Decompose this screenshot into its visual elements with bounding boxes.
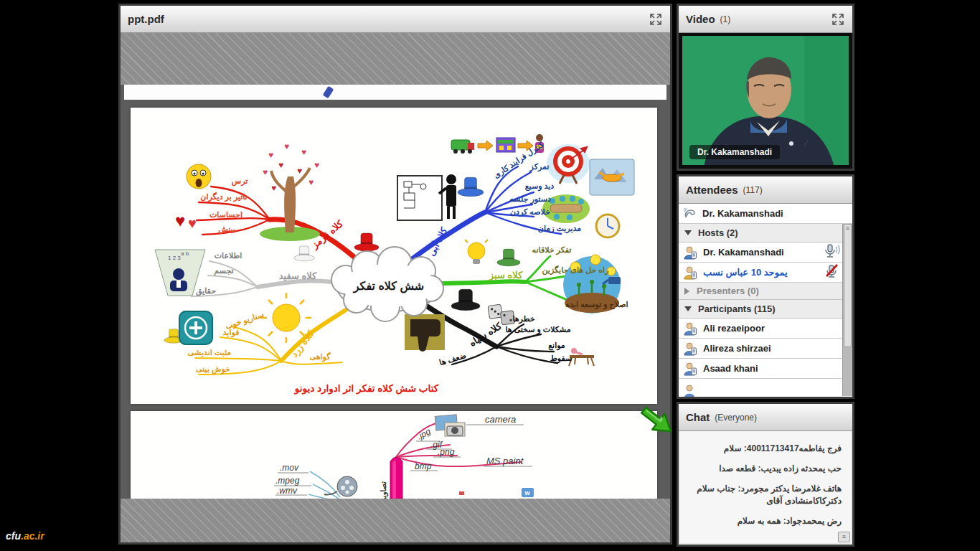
chat-scrollbar-thumb[interactable]: ≡ xyxy=(838,532,850,542)
attendees-scrollbar-thumb[interactable]: ≡ xyxy=(844,224,852,347)
share-pod-title: ppt.pdf xyxy=(128,13,164,25)
mindmap-leaf: گواهی xyxy=(310,352,331,362)
map-plane-icon xyxy=(590,159,634,195)
pdf-background-top xyxy=(121,33,670,85)
host-avatar-icon xyxy=(683,265,697,280)
blue-hat-icon xyxy=(458,177,484,197)
collapse-triangle-icon xyxy=(684,306,692,311)
attendees-scrollbar[interactable]: ≡ xyxy=(842,224,852,396)
presenters-header-label: Presenters (0) xyxy=(697,286,759,296)
mindmap-leaf: اطلاعات xyxy=(215,251,242,260)
share-fullscreen-button[interactable] xyxy=(649,12,663,27)
mindmap-leaf: مشکلات و سختی ها xyxy=(505,325,570,335)
mindmap-leaf: تجسم xyxy=(214,266,233,276)
participant-avatar-icon xyxy=(683,342,697,356)
white-hat-icon xyxy=(294,246,315,261)
active-speaker-name: Dr. Kakamanshadi xyxy=(702,208,783,219)
green-branch xyxy=(432,281,525,283)
hosts-section-header[interactable]: Hosts (2) xyxy=(679,224,852,242)
share-pod: ppt.pdf xyxy=(118,4,672,545)
dice-icon xyxy=(488,303,515,326)
chat-message-continued: دکترکاکامنشادی آقای xyxy=(686,496,842,507)
mindmap-leaf: تاثیر بر دیگران xyxy=(200,192,247,202)
active-speaker-row[interactable]: Dr. Kakamanshadi xyxy=(679,204,852,224)
svg-text:♥: ♥ xyxy=(188,215,197,231)
chat-scope-label: (Everyone) xyxy=(715,413,757,423)
pdf-page-media-formats: تصاویر .jpg .gif .png bmp MS paint camer… xyxy=(131,411,657,499)
attendee-row[interactable]: Alireza shirzaei xyxy=(679,339,852,359)
video-name-tag: Dr. Kakamanshadi xyxy=(689,145,780,159)
slide-caption: کتاب شش کلاه تفکر اثر ادوارد دیونو xyxy=(294,383,439,395)
video-fullscreen-button[interactable] xyxy=(831,12,845,27)
participant-avatar-icon xyxy=(683,382,697,397)
media-mindmap-graphic: تصاویر .jpg .gif .png bmp MS paint camer… xyxy=(131,411,657,499)
thumbs-down-icon xyxy=(405,314,445,352)
pdf-background-bottom xyxy=(121,499,670,542)
scared-face-icon xyxy=(187,164,211,189)
mindmap-leaf: احساسات xyxy=(209,210,242,219)
red-mark xyxy=(459,491,464,495)
format-label: MS paint xyxy=(486,456,524,466)
mindmap-leaf: تفکر خلاقانه xyxy=(532,245,572,255)
attendee-name: Asaad khani xyxy=(703,363,758,374)
mindmap-leaf: بینش xyxy=(218,225,235,235)
chat-message-area[interactable]: فرج یفاطمه40011713417: سلام حب یمحدثه زا… xyxy=(680,431,851,543)
fullscreen-icon xyxy=(831,13,844,26)
svg-text:♥: ♥ xyxy=(268,150,273,160)
attendee-list: Dr. Kakamanshadi Hosts (2) Dr. Kakamansh… xyxy=(679,204,852,397)
svg-text:a b: a b xyxy=(181,250,189,257)
attendees-pod-title: Attendees xyxy=(686,184,738,196)
participant-avatar-icon xyxy=(683,321,697,336)
attendee-name: Alireza shirzaei xyxy=(703,343,771,354)
attendee-name: Dr. Kakamanshadi xyxy=(703,247,784,258)
svg-text:♥: ♥ xyxy=(301,147,306,157)
participants-section-header[interactable]: Participants (115) xyxy=(679,300,852,319)
svg-text:w: w xyxy=(524,489,530,496)
chat-pod-header: Chat (Everyone) xyxy=(679,404,852,431)
svg-text:♥: ♥ xyxy=(278,160,283,170)
camera-icon xyxy=(435,415,465,436)
pdf-previous-page-edge xyxy=(124,85,666,100)
flowchart-person-icon xyxy=(397,174,456,220)
green-arrow-annotation xyxy=(637,400,679,442)
mindmap-leaf: موانع xyxy=(548,341,565,351)
mic-button[interactable] xyxy=(824,264,841,281)
webcam-feed: Dr. Kakamanshadi xyxy=(682,36,849,165)
target-icon xyxy=(547,144,590,184)
format-label: .png xyxy=(438,447,455,457)
expand-triangle-icon xyxy=(684,288,689,295)
svg-text:♥: ♥ xyxy=(263,167,268,177)
format-label: camera xyxy=(485,414,516,425)
attendee-row-host[interactable]: یموحد 10 عباس نسب xyxy=(679,263,852,283)
svg-text:♥: ♥ xyxy=(308,177,314,187)
light-bulb-icon xyxy=(465,240,488,264)
format-label: .wmv xyxy=(277,486,298,496)
chat-message: فرج یفاطمه40011713417: سلام xyxy=(686,443,842,454)
mindmap-leaf: خوش بینی xyxy=(196,364,230,375)
collapse-triangle-icon xyxy=(684,230,692,235)
attendee-row-host[interactable]: Dr. Kakamanshadi xyxy=(679,242,852,263)
attendee-row-partial[interactable] xyxy=(679,379,852,397)
video-pod-title: Video xyxy=(686,13,715,25)
video-pod-header: Video (1) xyxy=(679,6,852,33)
annotation-pen-mark xyxy=(323,86,334,98)
media-player-icon: w xyxy=(522,488,534,497)
svg-text:1 2 3: 1 2 3 xyxy=(168,255,181,261)
black-hat-icon xyxy=(451,289,480,310)
clock-icon xyxy=(596,215,619,237)
presenters-section-header[interactable]: Presenters (0) xyxy=(679,283,852,300)
red-hat-icon xyxy=(354,233,379,251)
pdf-viewport[interactable]: ♥♥♥ ♥♥♥ ♥♥♥ ♥ ♥ xyxy=(121,33,670,542)
attendee-row[interactable]: Asaad khani xyxy=(679,359,852,379)
hosts-header-label: Hosts (2) xyxy=(698,227,738,238)
mindmap-leaf: اصلاح و توسعه ایده xyxy=(565,300,628,310)
svg-text:♥: ♥ xyxy=(314,160,319,170)
mic-button[interactable] xyxy=(824,244,841,261)
trunk-icon xyxy=(390,457,402,499)
trunk-label: تصاویر xyxy=(380,481,389,499)
mindmap-leaf: دید وسیع xyxy=(525,182,555,192)
svg-text:♥: ♥ xyxy=(271,183,276,193)
mindmap-leaf: مثبت اندیشی xyxy=(188,348,231,357)
svg-text:♥: ♥ xyxy=(284,141,289,151)
attendee-row[interactable]: Ali rezaeipoor xyxy=(679,319,852,339)
